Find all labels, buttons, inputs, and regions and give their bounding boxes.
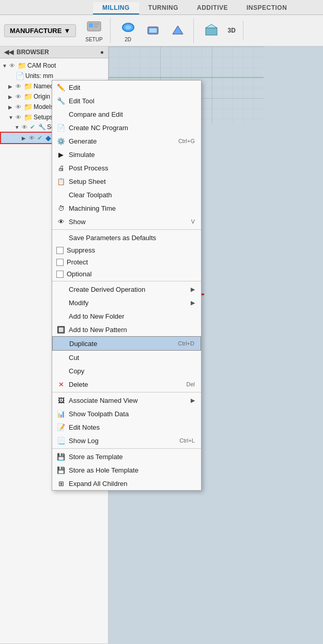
ctx-protect[interactable]: Protect — [52, 256, 201, 268]
tree-eye-2d-contour1[interactable]: 👁 — [29, 135, 36, 141]
ctx-show-log[interactable]: 📃 Show Log Ctrl+L — [52, 434, 201, 447]
ctx-delete[interactable]: ✕ Delete Del — [52, 378, 201, 391]
ctx-setup-sheet[interactable]: 📋 Setup Sheet — [52, 175, 201, 188]
tree-item-cam-root[interactable]: ▼ 👁 📁 CAM Root — [0, 60, 108, 71]
ctx-compare-edit-label: Compare and Edit — [69, 111, 195, 118]
svg-rect-9 — [206, 28, 217, 35]
tree-folder-origin: 📁 — [24, 92, 33, 101]
ctx-modify[interactable]: Modify ▶ — [52, 296, 201, 309]
3d-adaptive-button[interactable] — [200, 21, 223, 40]
ctx-create-nc[interactable]: 📄 Create NC Program — [52, 121, 201, 134]
3d-label: 3D — [228, 27, 236, 34]
setup-label: SETUP — [85, 37, 102, 42]
browser-collapse-icon[interactable]: ● — [100, 49, 104, 56]
optional-checkbox[interactable] — [56, 271, 64, 278]
ctx-expand-all[interactable]: ⊞ Expand All Children — [52, 477, 201, 490]
tab-turning[interactable]: TURNING — [139, 2, 188, 14]
browser-title: BROWSER — [17, 49, 49, 56]
ctx-add-pattern-label: Add to New Pattern — [69, 326, 195, 334]
2d-face-button[interactable] — [166, 21, 189, 40]
ctx-show[interactable]: 👁 Show V — [52, 215, 201, 228]
ctx-setup-sheet-label: Setup Sheet — [69, 178, 195, 185]
create-derived-icon — [56, 285, 66, 294]
ctx-add-pattern[interactable]: 🔲 Add to New Pattern — [52, 323, 201, 336]
tree-eye-origin[interactable]: 👁 — [16, 93, 23, 100]
ctx-delete-label: Delete — [69, 381, 183, 388]
tree-arrow-named-views: ▶ — [8, 84, 14, 89]
3d-label-btn[interactable]: 3D — [225, 26, 239, 35]
ctx-protect-label: Protect — [67, 258, 195, 266]
tab-milling[interactable]: MILLING — [93, 2, 139, 14]
ctx-add-folder[interactable]: Add to New Folder — [52, 309, 201, 323]
ctx-generate-shortcut: Ctrl+G — [178, 138, 195, 144]
tree-label-setups: Setups — [34, 114, 53, 121]
ctx-suppress[interactable]: Suppress — [52, 244, 201, 256]
ctx-copy-label: Copy — [69, 367, 195, 375]
ctx-clear-toolpath[interactable]: Clear Toolpath — [52, 188, 201, 201]
2d-contour-button[interactable]: 2D — [117, 18, 140, 43]
3d-group: 3D — [196, 21, 243, 40]
ctx-sep3 — [52, 392, 201, 392]
post-process-icon: 🖨 — [56, 163, 66, 172]
manufacture-label: MANUFACTURE — [10, 27, 61, 35]
tab-inspection[interactable]: INSPECTION — [237, 2, 296, 14]
ctx-duplicate-label: Duplicate — [69, 340, 175, 348]
ctx-create-derived-label: Create Derived Operation — [69, 286, 188, 293]
toolbar-content: MANUFACTURE ▼ SETUP 2D — [0, 15, 323, 46]
create-nc-icon: 📄 — [56, 123, 66, 132]
ctx-store-hole-label: Store as Hole Template — [69, 466, 195, 474]
ctx-generate[interactable]: ⚙️ Generate Ctrl+G — [52, 134, 201, 148]
ctx-create-derived-arrow: ▶ — [191, 286, 195, 293]
protect-checkbox[interactable] — [56, 259, 64, 266]
ctx-edit[interactable]: ✏️ Edit — [52, 81, 201, 94]
ctx-show-log-shortcut: Ctrl+L — [179, 437, 195, 444]
tree-folder-setups: 📁 — [24, 113, 33, 121]
ctx-sep1 — [52, 229, 201, 230]
ctx-copy[interactable]: Copy — [52, 364, 201, 378]
tree-eye-models[interactable]: 👁 — [16, 104, 23, 110]
tree-eye-cam-root[interactable]: 👁 — [9, 62, 17, 69]
ctx-create-derived[interactable]: Create Derived Operation ▶ — [52, 282, 201, 296]
ctx-expand-all-label: Expand All Children — [69, 480, 195, 488]
svg-marker-8 — [173, 26, 183, 34]
add-folder-icon — [56, 311, 66, 321]
ctx-post-process[interactable]: 🖨 Post Process — [52, 161, 201, 175]
ctx-assoc-view-label: Associate Named View — [69, 397, 188, 404]
dropdown-arrow-icon: ▼ — [64, 27, 70, 35]
ctx-machining-time[interactable]: ⏱ Machining Time — [52, 201, 201, 215]
ctx-modify-label: Modify — [69, 299, 188, 307]
browser-back-icon[interactable]: ◀◀ — [4, 49, 13, 56]
toolbar: MILLING TURNING ADDITIVE INSPECTION MANU… — [0, 0, 323, 46]
manufacture-button[interactable]: MANUFACTURE ▼ — [4, 24, 76, 37]
ctx-edit-tool[interactable]: 🔧 Edit Tool — [52, 94, 201, 107]
suppress-checkbox[interactable] — [56, 247, 64, 254]
tree-eye-setups[interactable]: 👁 — [16, 114, 23, 120]
tree-folder-named-views: 📁 — [24, 82, 33, 90]
ctx-store-template[interactable]: 💾 Store as Template — [52, 450, 201, 463]
ctx-simulate-label: Simulate — [69, 151, 195, 159]
ctx-optional[interactable]: Optional — [52, 268, 201, 280]
setup-button[interactable]: SETUP — [82, 18, 105, 43]
ctx-show-toolpath[interactable]: 📊 Show Toolpath Data — [52, 407, 201, 420]
ctx-cut[interactable]: Cut — [52, 351, 201, 364]
ctx-save-params-label: Save Parameters as Defaults — [69, 234, 195, 242]
store-template-icon: 💾 — [56, 452, 66, 461]
edit-tool-icon: 🔧 — [56, 96, 66, 105]
show-toolpath-icon: 📊 — [56, 409, 66, 418]
ctx-compare-edit[interactable]: Compare and Edit — [52, 107, 201, 121]
ctx-assoc-view[interactable]: 🖼 Associate Named View ▶ — [52, 394, 201, 407]
tab-additive[interactable]: ADDITIVE — [188, 2, 237, 14]
tree-eye-named-views[interactable]: 👁 — [16, 83, 23, 89]
ctx-duplicate[interactable]: Duplicate Ctrl+D — [52, 336, 201, 351]
ctx-delete-shortcut: Del — [186, 381, 195, 387]
ctx-simulate[interactable]: ▶ Simulate — [52, 148, 201, 161]
tree-label-units: Units: mm — [25, 72, 53, 80]
ctx-save-params[interactable]: Save Parameters as Defaults — [52, 231, 201, 244]
ctx-edit-notes[interactable]: 📝 Edit Notes — [52, 420, 201, 434]
2d-label: 2D — [125, 37, 131, 42]
2d-pocket-button[interactable] — [142, 21, 164, 40]
tree-eye-setup1[interactable]: 👁 — [22, 124, 29, 130]
ctx-store-hole[interactable]: 💾 Store as Hole Template — [52, 463, 201, 477]
tree-item-units[interactable]: 📄 Units: mm — [0, 71, 108, 81]
ctx-show-shortcut: V — [191, 218, 195, 225]
